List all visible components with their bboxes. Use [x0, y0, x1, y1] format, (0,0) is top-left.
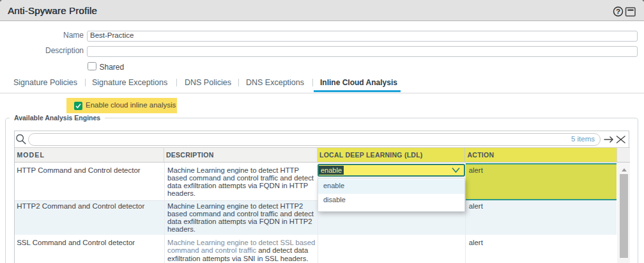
svg-text:?: ?: [616, 8, 620, 15]
